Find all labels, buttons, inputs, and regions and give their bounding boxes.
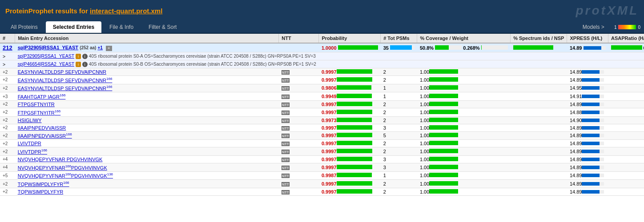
table-row: +2 IIAAIPNPEDVVAISSR NTT 0.9997 3 1.00 1… (0, 124, 644, 131)
pep-psms: 2 (381, 180, 417, 188)
pep-charge: +2 (0, 131, 15, 140)
pep-charge: +3 (0, 92, 15, 101)
entry-accession: sp|P32905|RSSA1_YEAST (252 aa) +1 ≡ (15, 43, 279, 52)
pep-psms: 2 (381, 140, 417, 147)
pep-prob: 0.9997 (319, 131, 381, 140)
entry-num[interactable]: 212 (0, 43, 15, 52)
pep-charge: +2 (0, 116, 15, 124)
sub-accession-link-1[interactable]: sp|P32905|RSSA1_YEAST (18, 53, 74, 59)
sub-rest-1 (319, 52, 644, 60)
colorbar-right-num: 0 (638, 25, 640, 30)
sub-icon-orange-2[interactable]: i (76, 62, 81, 67)
pep-cov: 1.00 (417, 108, 511, 116)
ntt-icon: NTT (282, 70, 290, 75)
pep-prob: 0.9806 (319, 84, 381, 92)
tab-selected-entries[interactable]: Selected Entries (46, 21, 101, 33)
tab-filter-sort[interactable]: Filter & Sort (141, 21, 184, 33)
ntt-icon: NTT (282, 78, 290, 83)
entry-asap: 0.94655338 (608, 43, 644, 52)
pep-prob: 0.9997 (319, 188, 381, 195)
pep-xpress: 14.89 (567, 124, 608, 131)
table-row: +3 FAAHTGATP IAGR166 NTT 0.9949 1 1.00 1… (0, 92, 644, 101)
header-title: ProteinProphet results for interact-quan… (5, 7, 162, 15)
sub-icon-orange-1[interactable]: i (76, 54, 81, 59)
pep-cov: 1.00 (417, 68, 511, 76)
coverage-bar (435, 45, 462, 50)
pep-seq: LVIVTDPR166 (15, 147, 279, 156)
ntt-icon: NTT (282, 190, 290, 194)
pep-seq: FTPGSFTNYITR (15, 100, 279, 108)
psms-value: 35 (383, 45, 389, 51)
accession-link[interactable]: sp|P32905|RSSA1_YEAST (18, 45, 78, 50)
ntt-icon: NTT (282, 111, 290, 115)
pep-prob: 0.9997 (319, 124, 381, 131)
col-asap: ASAPRatio (H/L) (608, 34, 644, 43)
colorbar: 1 0 (614, 25, 640, 30)
pep-cov: 1.00 (417, 180, 511, 188)
entry-num-link[interactable]: 212 (3, 44, 12, 51)
col-probability: Probability (319, 34, 381, 43)
pep-charge: +2 (0, 108, 15, 116)
sub-indent-2: > (0, 60, 15, 68)
pep-ntt: NTT (279, 92, 319, 101)
pep-seq: NVQVHQEPYVFNAR166PDGVHVINVGK136 (15, 171, 279, 180)
pep-charge: +2 (0, 147, 15, 156)
pep-ntt: NTT (279, 140, 319, 147)
pep-cov: 1.00 (417, 163, 511, 171)
results-table: # Main Entry Accession NTT Probability #… (0, 34, 644, 196)
pep-prob: 0.9997 (319, 147, 381, 156)
table-row: +2 EASYNVIALTDLDSP SEFVDVAIPCNNR166 NTT … (0, 84, 644, 92)
pep-cov: 1.00 (417, 84, 511, 92)
pep-charge: +2 (0, 76, 15, 84)
pep-psms: 1 (381, 84, 417, 92)
ntt-icon: NTT (282, 103, 290, 107)
prob-bar (338, 45, 378, 50)
asap-bar-fill (611, 45, 642, 50)
weight-bar (481, 45, 508, 50)
xpress-bar-fill (584, 46, 601, 50)
pep-psms: 2 (381, 147, 417, 156)
table-row: +4 NVQVHQEPYVFNAR PDGVHVINVGK NTT 0.9997… (0, 155, 644, 163)
pep-seq: EASYNVIALTDLDSP SEFVDVAIPCNNR166 (15, 84, 279, 92)
pep-ntt: NTT (279, 147, 319, 156)
sub-icon-info-2[interactable]: i (82, 62, 88, 67)
entry-plus1[interactable]: +1 (97, 45, 102, 50)
entry-spectrum (511, 43, 567, 52)
tab-file-info[interactable]: File & Info (102, 21, 141, 33)
pep-xpress: 14.95 (567, 84, 608, 92)
pep-psms: 2 (381, 100, 417, 108)
pep-seq: FAAHTGATP IAGR166 (15, 92, 279, 101)
ntt-icon: NTT (282, 134, 290, 138)
title-link[interactable]: interact-quant.prot.xml (90, 7, 162, 15)
sub-accession-link-2[interactable]: sp|P46654|RSSA2_YEAST (18, 61, 74, 67)
pep-psms: 2 (381, 68, 417, 76)
psms-bar-fill (390, 45, 412, 50)
pep-ntt: NTT (279, 188, 319, 195)
pep-seq: HSIGLIWY (15, 116, 279, 124)
table-row: +2 EASYNVIALTDLDSP SEFVDVAIPCNNR166 NTT … (0, 76, 644, 84)
sub-indent: > (0, 52, 15, 60)
pep-xpress: 14.91 (567, 92, 608, 101)
pep-ntt: NTT (279, 68, 319, 76)
pep-psms: 2 (381, 108, 417, 116)
pep-seq: IIAAIPNPEDVVAISSR166 (15, 131, 279, 140)
pep-seq: NVQVHQEPYVFNAR166PDGVHVINVGK (15, 163, 279, 171)
pep-cov: 1.00 (417, 131, 511, 140)
pep-prob: 0.9997 (319, 163, 381, 171)
pep-ntt: NTT (279, 84, 319, 92)
pep-prob: 0.9987 (319, 171, 381, 180)
ntt-icon: NTT (282, 86, 290, 91)
protxml-logo: protXML (576, 4, 639, 18)
tab-all-proteins[interactable]: All Proteins (4, 21, 45, 33)
sub-desc-2: 40S ribosomal protein S0-B OS=Saccharomy… (89, 62, 316, 67)
pep-cov: 1.00 (417, 155, 511, 163)
merge-icon[interactable]: ≡ (106, 46, 112, 51)
ntt-icon: NTT (282, 150, 290, 154)
pep-seq: FTPGSFTNYITR166 (15, 108, 279, 116)
pep-ntt: NTT (279, 155, 319, 163)
table-row: +4 NVQVHQEPYVFNAR166PDGVHVINVGK NTT 0.99… (0, 163, 644, 171)
sub-icon-info-1[interactable]: i (82, 54, 88, 59)
pep-xpress: 14.89 (567, 180, 608, 188)
pep-prob: 0.9997 (319, 140, 381, 147)
tab-models[interactable]: Models > (577, 21, 610, 33)
